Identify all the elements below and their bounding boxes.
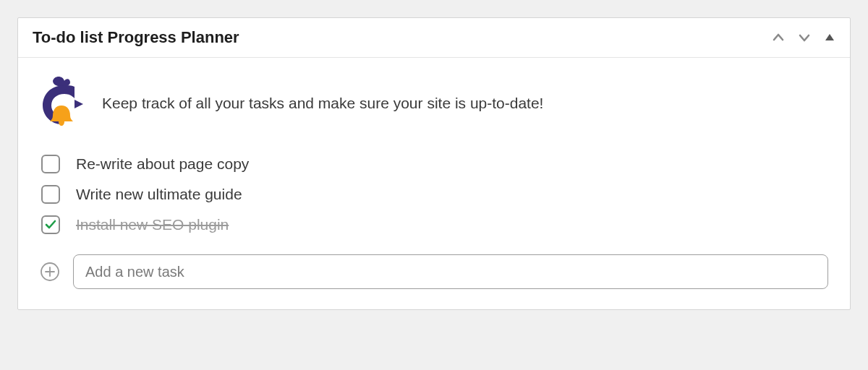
task-list: Re-write about page copy Write new ultim…	[40, 155, 828, 234]
intro-row: Keep track of all your tasks and make su…	[40, 74, 828, 133]
task-label: Re-write about page copy	[76, 155, 249, 173]
task-row: Install new SEO plugin	[41, 215, 828, 234]
task-row: Re-write about page copy	[41, 155, 828, 173]
widget-title: To-do list Progress Planner	[33, 28, 239, 47]
task-label: Write new ultimate guide	[76, 186, 242, 203]
svg-point-0	[64, 90, 68, 94]
task-checkbox-checked[interactable]	[41, 215, 60, 234]
task-label: Install new SEO plugin	[76, 216, 229, 233]
chevron-down-icon[interactable]	[798, 31, 811, 44]
todo-widget: To-do list Progress Planner	[17, 17, 851, 310]
task-checkbox[interactable]	[41, 185, 60, 204]
intro-text: Keep track of all your tasks and make su…	[102, 95, 543, 112]
add-task-input[interactable]	[73, 254, 828, 289]
task-checkbox[interactable]	[41, 155, 60, 173]
widget-body: Keep track of all your tasks and make su…	[18, 58, 850, 309]
chevron-up-icon[interactable]	[772, 31, 785, 44]
plus-icon	[40, 262, 60, 282]
add-task-row	[40, 254, 828, 289]
widget-header: To-do list Progress Planner	[18, 18, 850, 58]
progress-planner-logo-icon	[40, 74, 85, 133]
header-controls	[772, 31, 835, 44]
add-task-button[interactable]	[40, 262, 60, 282]
check-icon	[44, 218, 57, 231]
triangle-up-icon[interactable]	[824, 32, 835, 43]
task-row: Write new ultimate guide	[41, 185, 828, 204]
